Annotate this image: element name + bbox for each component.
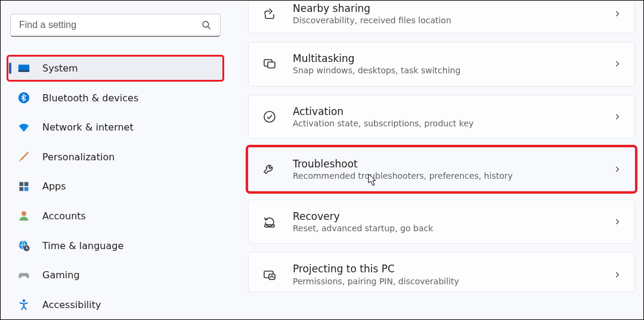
card-title: Recovery	[293, 210, 597, 223]
svg-rect-6	[24, 182, 29, 186]
svg-rect-16	[268, 62, 275, 68]
globe-clock-icon	[17, 239, 30, 252]
card-desc: Snap windows, desktops, task switching	[293, 65, 597, 76]
card-nearby-sharing[interactable]: Nearby sharing Discoverability, received…	[248, 1, 635, 33]
project-icon	[262, 267, 277, 282]
card-recovery[interactable]: Recovery Reset, advanced startup, go bac…	[248, 200, 635, 244]
card-desc: Activation state, subscriptions, product…	[293, 118, 597, 129]
chevron-right-icon	[613, 10, 621, 18]
card-desc: Permissions, pairing PIN, discoverabilit…	[293, 276, 597, 287]
card-projecting[interactable]: Projecting to this PC Permissions, pairi…	[248, 252, 635, 291]
svg-point-12	[26, 274, 27, 275]
card-text: Projecting to this PC Permissions, pairi…	[293, 262, 597, 286]
card-desc: Reset, advanced startup, go back	[293, 223, 597, 234]
svg-point-14	[23, 299, 26, 302]
multitask-icon	[262, 56, 277, 72]
card-activation[interactable]: Activation Activation state, subscriptio…	[248, 95, 635, 139]
search-box[interactable]	[10, 14, 221, 37]
accessibility-icon	[17, 298, 30, 311]
sidebar-item-label: Accessibility	[42, 299, 101, 310]
svg-point-13	[27, 275, 28, 276]
sidebar-item-network[interactable]: Network & internet	[8, 115, 223, 140]
chevron-right-icon	[613, 218, 621, 226]
card-desc: Recommended troubleshooters, preferences…	[293, 170, 597, 181]
apps-icon	[17, 180, 30, 193]
sidebar-item-apps[interactable]: Apps	[8, 174, 223, 199]
svg-point-0	[203, 21, 209, 27]
search-input[interactable]	[19, 20, 201, 30]
system-icon	[17, 62, 30, 75]
card-desc: Discoverability, received files location	[293, 15, 597, 26]
svg-rect-3	[18, 70, 29, 72]
search-icon	[201, 20, 212, 30]
settings-main: Nearby sharing Discoverability, received…	[230, 1, 643, 319]
sidebar-item-label: Network & internet	[42, 122, 134, 133]
sidebar-item-label: Personalization	[42, 151, 114, 163]
gamepad-icon	[17, 269, 30, 282]
sidebar-item-label: Gaming	[42, 269, 80, 281]
card-text: Recovery Reset, advanced startup, go bac…	[293, 210, 597, 234]
chevron-right-icon	[613, 165, 621, 173]
card-multitasking[interactable]: Multitasking Snap windows, desktops, tas…	[248, 42, 635, 86]
svg-point-9	[21, 212, 26, 216]
card-title: Multitasking	[293, 52, 597, 65]
card-troubleshoot[interactable]: Troubleshoot Recommended troubleshooters…	[248, 147, 635, 191]
sidebar-item-label: Apps	[42, 181, 66, 192]
sidebar-item-accounts[interactable]: Accounts	[8, 204, 223, 229]
card-title: Projecting to this PC	[293, 262, 597, 275]
bluetooth-icon	[17, 91, 30, 104]
recovery-icon	[262, 214, 277, 229]
wifi-icon	[17, 121, 30, 134]
card-text: Nearby sharing Discoverability, received…	[293, 2, 597, 26]
sidebar-item-label: Accounts	[42, 210, 86, 222]
sidebar: System Bluetooth & devices Network & int…	[1, 1, 230, 319]
card-title: Activation	[293, 105, 597, 118]
card-text: Troubleshoot Recommended troubleshooters…	[293, 157, 597, 181]
svg-rect-7	[20, 187, 24, 191]
sidebar-item-bluetooth[interactable]: Bluetooth & devices	[8, 85, 223, 110]
brush-icon	[17, 150, 30, 163]
wrench-icon	[262, 161, 277, 177]
sidebar-item-system[interactable]: System	[8, 56, 223, 81]
share-icon	[262, 6, 277, 21]
sidebar-item-personalization[interactable]: Personalization	[8, 145, 223, 170]
card-text: Activation Activation state, subscriptio…	[293, 105, 597, 129]
card-text: Multitasking Snap windows, desktops, tas…	[293, 52, 597, 76]
chevron-right-icon	[613, 113, 621, 121]
sidebar-item-label: Bluetooth & devices	[42, 92, 138, 104]
svg-line-1	[208, 27, 210, 29]
sidebar-item-accessibility[interactable]: Accessibility	[8, 292, 223, 317]
card-title: Troubleshoot	[293, 157, 597, 170]
sidebar-item-time-language[interactable]: Time & language	[8, 233, 223, 258]
card-title: Nearby sharing	[293, 2, 597, 15]
sidebar-item-label: System	[42, 63, 78, 74]
sidebar-item-label: Time & language	[42, 240, 123, 251]
svg-rect-8	[24, 187, 29, 191]
checkmark-circle-icon	[262, 109, 277, 125]
svg-rect-5	[20, 182, 24, 186]
svg-point-17	[264, 111, 275, 122]
svg-rect-20	[269, 274, 275, 279]
sidebar-item-gaming[interactable]: Gaming	[8, 263, 223, 288]
person-icon	[17, 209, 30, 222]
chevron-right-icon	[613, 271, 621, 279]
chevron-right-icon	[613, 60, 621, 68]
